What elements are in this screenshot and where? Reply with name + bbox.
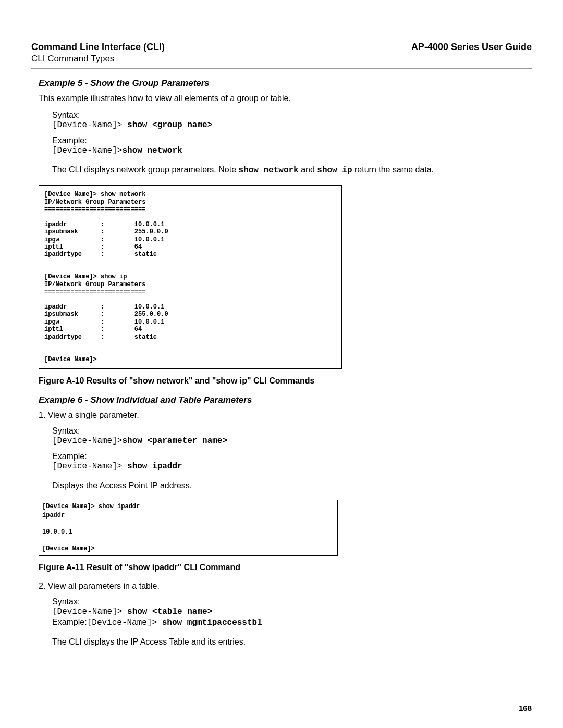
example5-explain: The CLI displays network group parameter… bbox=[52, 164, 532, 177]
figure-a10-caption: Figure A-10 Results of "show network" an… bbox=[39, 376, 532, 386]
footer-divider bbox=[31, 700, 532, 700]
p2-syntax-label: Syntax: bbox=[52, 597, 532, 607]
p2-example-prompt: [Device-Name]> bbox=[87, 618, 162, 627]
ex6-example-prompt: [Device-Name]> bbox=[52, 462, 127, 471]
p2-example-label: Example: bbox=[52, 618, 87, 626]
ex6-syntax-prompt: [Device-Name]> bbox=[52, 436, 122, 446]
ex6-syntax-line: [Device-Name]>show <parameter name> bbox=[52, 436, 532, 446]
p2-example-line: Example:[Device-Name]> show mgmtipaccess… bbox=[52, 618, 532, 627]
ex6-displays: Displays the Access Point IP address. bbox=[52, 479, 532, 491]
explain-m1: show network bbox=[239, 166, 299, 175]
example-line: [Device-Name]>show network bbox=[52, 145, 532, 155]
example5-title: Example 5 - Show the Group Parameters bbox=[39, 78, 532, 89]
p2-syntax-cmd: show <table name> bbox=[127, 607, 212, 616]
ex6-example-line: [Device-Name]> show ipaddr bbox=[52, 461, 532, 471]
page-number: 168 bbox=[31, 704, 532, 712]
terminal-output-1: [Device Name]> show network IP/Network G… bbox=[39, 185, 342, 369]
syntax-prompt: [Device-Name]> bbox=[52, 120, 127, 130]
syntax-cmd: show <group name> bbox=[127, 120, 212, 130]
p2-explain: The CLI displays the IP Access Table and… bbox=[52, 636, 532, 648]
p2-example-cmd: show mgmtipaccesstbl bbox=[162, 618, 262, 627]
example5-intro: This example illustrates how to view all… bbox=[39, 94, 532, 103]
syntax-label: Syntax: bbox=[52, 110, 532, 120]
syntax-line: [Device-Name]> show <group name> bbox=[52, 120, 532, 130]
terminal-output-2: [Device Name]> show ipaddr ipaddr 10.0.0… bbox=[39, 500, 338, 556]
p2-syntax-line: [Device-Name]> show <table name> bbox=[52, 607, 532, 616]
ex6-example-label: Example: bbox=[52, 452, 532, 461]
p2-syntax-prompt: [Device-Name]> bbox=[52, 607, 127, 616]
ex6-example-cmd: show ipaddr bbox=[127, 462, 182, 471]
header-right: AP-4000 Series User Guide bbox=[411, 42, 532, 53]
part2-item2: 2. View all parameters in a table. bbox=[39, 582, 532, 591]
header-left: Command Line Interface (CLI) bbox=[31, 42, 165, 53]
ex6-syntax-cmd: show <parameter name> bbox=[122, 436, 227, 446]
ex6-syntax-label: Syntax: bbox=[52, 426, 532, 436]
header-sub: CLI Command Types bbox=[31, 54, 532, 64]
explain-m2: show ip bbox=[317, 166, 352, 175]
header-divider bbox=[31, 68, 532, 69]
explain-post: return the same data. bbox=[352, 165, 434, 174]
example-label: Example: bbox=[52, 136, 532, 145]
explain-mid: and bbox=[299, 165, 317, 174]
example6-title: Example 6 - Show Individual and Table Pa… bbox=[39, 395, 532, 405]
example-prompt: [Device-Name]> bbox=[52, 146, 122, 155]
example-cmd: show network bbox=[122, 146, 182, 155]
figure-a11-caption: Figure A-11 Result of "show ipaddr" CLI … bbox=[39, 563, 532, 572]
explain-pre: The CLI displays network group parameter… bbox=[52, 165, 239, 174]
example6-item1: 1. View a single parameter. bbox=[39, 411, 532, 420]
